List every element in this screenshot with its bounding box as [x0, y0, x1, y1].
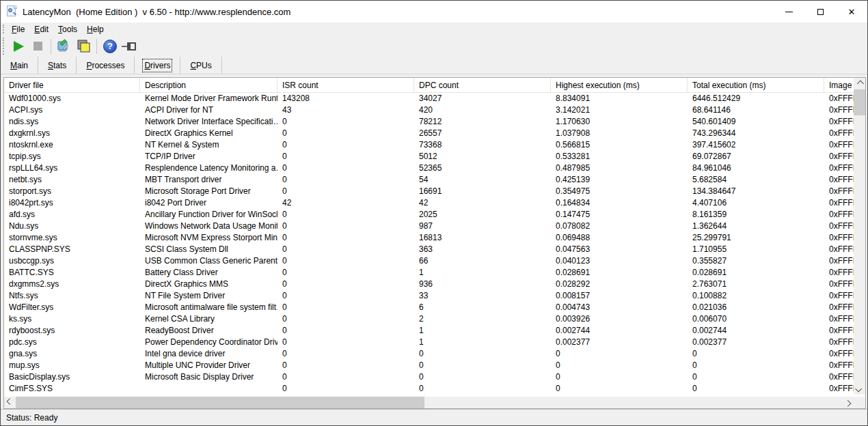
table-row[interactable]: dxgkrnl.sysDirectX Graphics Kernel026557… — [4, 128, 854, 139]
table-row[interactable]: gna.sysIntel gna device driver00000xFFFF — [4, 348, 854, 360]
table-row[interactable]: storport.sysMicrosoft Storage Port Drive… — [4, 186, 854, 197]
column-header-description[interactable]: Description — [140, 78, 277, 92]
table-row[interactable]: Ntfs.sysNT File System Driver0330.008157… — [4, 290, 854, 302]
cell: 134.384647 — [688, 186, 824, 197]
chevron-up-icon — [857, 81, 864, 87]
scroll-right-button[interactable] — [842, 397, 854, 408]
pushpin-icon — [120, 39, 138, 54]
cell: BasicDisplay.sys — [4, 371, 140, 383]
tab-stats[interactable]: Stats — [38, 57, 77, 74]
table-row[interactable]: WdFilter.sysMicrosoft antimalware file s… — [4, 302, 854, 313]
cell: 0.078082 — [551, 221, 688, 232]
table-row[interactable]: i8042prt.sysi8042 Port Driver42420.16483… — [4, 197, 854, 209]
table-row[interactable]: rspLLL64.sysResplendence Latency Monitor… — [4, 162, 854, 174]
cell: 0 — [277, 151, 414, 162]
table-row[interactable]: BATTC.SYSBattery Class Driver010.0286910… — [4, 267, 854, 279]
cell: 0.566815 — [551, 139, 688, 151]
minimize-button[interactable] — [773, 1, 804, 23]
cell: dxgkrnl.sys — [4, 128, 140, 139]
table-row[interactable]: BasicDisplay.sysMicrosoft Basic Display … — [4, 371, 854, 383]
scroll-left-button[interactable] — [4, 397, 16, 408]
table-row[interactable]: ndis.sysNetwork Driver Interface Specifi… — [4, 116, 854, 128]
vertical-scroll-thumb[interactable] — [854, 89, 865, 115]
cell: 0xFFFF — [824, 383, 854, 395]
start-monitor-button[interactable] — [9, 38, 28, 55]
close-button[interactable]: ✕ — [836, 1, 867, 23]
scroll-up-button[interactable] — [854, 78, 865, 89]
maximize-button[interactable] — [804, 1, 836, 23]
menu-item-help[interactable]: Help — [83, 24, 108, 35]
cell: 0 — [551, 383, 688, 395]
table-row[interactable]: usbccgp.sysUSB Common Class Generic Pare… — [4, 255, 854, 267]
list-header: Driver fileDescriptionISR countDPC count… — [4, 78, 854, 93]
menu-item-file[interactable]: File — [8, 24, 29, 35]
cell: 0 — [414, 371, 551, 383]
tab-main[interactable]: Main — [1, 57, 38, 74]
scroll-down-button[interactable] — [854, 383, 865, 395]
cell: 1.710955 — [688, 244, 824, 255]
stop-monitor-button[interactable] — [28, 38, 47, 55]
tab-drivers[interactable]: Drivers — [135, 57, 180, 74]
cell: Intel gna device driver — [140, 348, 277, 360]
menu-item-edit[interactable]: Edit — [30, 24, 53, 35]
horizontal-scrollbar[interactable] — [4, 397, 854, 408]
cell: 0.069488 — [551, 232, 688, 244]
cell: i8042 Port Driver — [140, 197, 277, 209]
cell: 0xFFFF — [824, 151, 854, 162]
toolbar-gripper[interactable] — [3, 38, 5, 55]
cell: pdc.sys — [4, 337, 140, 348]
cell: CLASSPNP.SYS — [4, 244, 140, 255]
column-header-image[interactable]: Image — [824, 78, 854, 92]
table-row[interactable]: mup.sysMultiple UNC Provider Driver00000… — [4, 360, 854, 371]
cell: 0 — [277, 244, 414, 255]
column-header-highest-execution-ms-[interactable]: Highest execution (ms) — [551, 78, 688, 92]
column-header-dpc-count[interactable]: DPC count — [414, 78, 551, 92]
table-row[interactable]: rdyboost.sysReadyBoost Driver010.0027440… — [4, 325, 854, 337]
table-row[interactable]: afd.sysAncillary Function Driver for Win… — [4, 209, 854, 221]
table-row[interactable]: netbt.sysMBT Transport driver0540.425139… — [4, 174, 854, 186]
stay-on-top-button[interactable] — [120, 38, 139, 55]
menu-item-tools[interactable]: Tools — [54, 24, 81, 35]
cell: Multiple UNC Provider Driver — [140, 360, 277, 371]
table-row[interactable]: tcpip.sysTCP/IP Driver050120.53328169.07… — [4, 151, 854, 162]
cell: 73368 — [414, 139, 551, 151]
copy-report-button[interactable] — [74, 38, 93, 55]
chevron-right-icon — [845, 400, 852, 407]
cell: 26557 — [414, 128, 551, 139]
cell: 0xFFFF — [824, 209, 854, 221]
close-icon: ✕ — [848, 8, 856, 16]
horizontal-scroll-thumb[interactable] — [16, 397, 424, 408]
table-row[interactable]: CLASSPNP.SYSSCSI Class System Dll03630.0… — [4, 244, 854, 255]
tab-cpus[interactable]: CPUs — [180, 57, 221, 74]
table-row[interactable]: ks.sysKernel CSA Library020.0039260.0060… — [4, 313, 854, 325]
table-row[interactable]: dxgmms2.sysDirectX Graphics MMS09360.028… — [4, 279, 854, 290]
cell: 0.003926 — [551, 313, 688, 325]
cell: 540.601409 — [688, 116, 824, 128]
cell: Microsoft Basic Display Driver — [140, 371, 277, 383]
cell: 52365 — [414, 162, 551, 174]
table-row[interactable]: Wdf01000.sysKernel Mode Driver Framework… — [4, 93, 854, 104]
cell: 0xFFFF — [824, 244, 854, 255]
table-row[interactable]: Ndu.sysWindows Network Data Usage Monit…… — [4, 221, 854, 232]
cell: 0xFFFF — [824, 348, 854, 360]
table-row[interactable]: ntoskrnl.exeNT Kernel & System0733680.56… — [4, 139, 854, 151]
cell: BATTC.SYS — [4, 267, 140, 279]
table-row[interactable]: pdc.sysPower Dependency Coordinator Driv… — [4, 337, 854, 348]
cell: 0 — [551, 371, 688, 383]
help-button[interactable]: ? — [100, 38, 120, 55]
cell: DirectX Graphics Kernel — [140, 128, 277, 139]
vertical-scrollbar[interactable] — [854, 78, 865, 395]
column-header-isr-count[interactable]: ISR count — [277, 78, 414, 92]
menubar-gripper[interactable] — [3, 25, 5, 33]
tab-processes[interactable]: Processes — [77, 57, 135, 74]
cell: 0 — [277, 337, 414, 348]
cell: 0xFFFF — [824, 371, 854, 383]
table-row[interactable]: stornvme.sysMicrosoft NVM Express Storpo… — [4, 232, 854, 244]
table-row[interactable]: ACPI.sysACPI Driver for NT434203.1420216… — [4, 104, 854, 116]
column-header-total-execution-ms-[interactable]: Total execution (ms) — [688, 78, 824, 92]
column-header-driver-file[interactable]: Driver file — [4, 78, 140, 92]
scrollbar-corner — [854, 397, 865, 408]
table-row[interactable]: CimFS.SYS00000xFFFF — [4, 383, 854, 395]
screwdriver-monitor-icon — [56, 38, 72, 55]
options-button[interactable] — [55, 38, 74, 55]
